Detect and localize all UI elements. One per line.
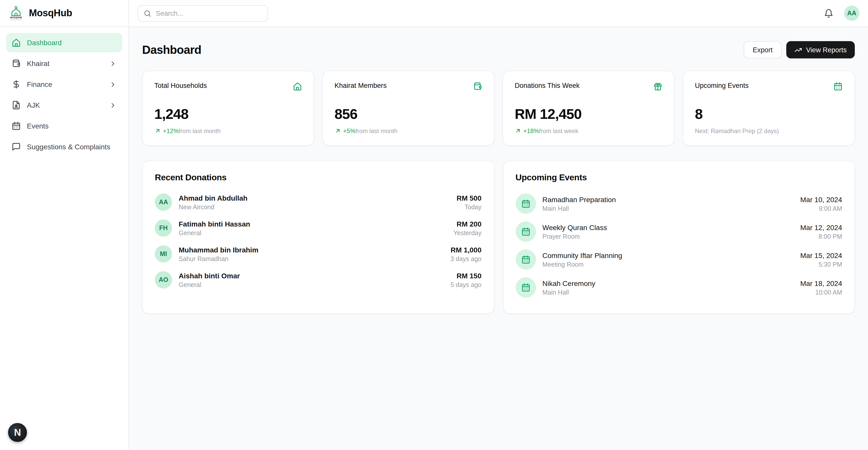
event-time: 8:00 PM (800, 233, 842, 240)
svg-text:MOSQHUB: MOSQHUB (10, 16, 22, 19)
search-input[interactable] (156, 9, 262, 17)
view-reports-label: View Reports (806, 46, 847, 54)
stat-delta: +5% (343, 127, 355, 134)
donation-row: MI Muhammad bin Ibrahim Sahur Ramadhan R… (155, 245, 482, 263)
donor-name: Muhammad bin Ibrahim (179, 246, 444, 254)
stat-note: from last month (355, 127, 398, 134)
donor-name: Ahmad bin Abdullah (179, 194, 450, 202)
event-icon-circle (516, 193, 536, 214)
sidebar-item-events[interactable]: Events (6, 116, 122, 136)
chevron-right-icon (109, 81, 117, 88)
event-location: Main Hall (542, 205, 794, 212)
stat-value: 8 (695, 106, 843, 122)
donor-name: Aishah binti Omar (179, 271, 444, 279)
topbar: AA (129, 0, 868, 27)
panel-title: Recent Donations (155, 173, 482, 183)
stat-card-upcoming-events: Upcoming Events 8 Next: Ramadhan Prep (2… (683, 70, 855, 146)
page-header: Dashboard Export View Reports (142, 41, 855, 58)
sidebar: MOSQHUB One stop mosque center MosqHub D… (0, 0, 129, 450)
content: Dashboard Export View Reports Total Hous… (129, 27, 868, 450)
stat-title: Khairat Members (335, 82, 387, 89)
nextjs-dev-badge[interactable]: N (8, 423, 27, 442)
donation-time: 5 days ago (451, 281, 482, 288)
stat-value: 856 (335, 106, 482, 122)
event-time: 9:00 AM (800, 205, 842, 212)
donation-category: General (179, 229, 447, 236)
home-icon (293, 82, 302, 91)
calendar-icon (834, 82, 843, 91)
donation-category: Sahur Ramadhan (179, 255, 444, 262)
user-avatar[interactable]: AA (844, 6, 859, 21)
recent-donations-panel: Recent Donations AA Ahmad bin Abdullah N… (142, 160, 494, 314)
event-location: Main Hall (542, 289, 794, 296)
wallet-icon (473, 82, 482, 91)
search-icon (144, 9, 151, 17)
stat-value: 1,248 (154, 106, 302, 122)
stat-note: Next: Ramadhan Prep (2 days) (695, 127, 779, 134)
donation-time: Today (457, 203, 482, 211)
home-icon (12, 38, 21, 47)
donor-name: Fatimah binti Hassan (179, 220, 447, 228)
svg-text:One stop mosque center: One stop mosque center (11, 19, 22, 20)
app-window: MOSQHUB One stop mosque center MosqHub D… (0, 0, 868, 450)
sidebar-item-dashboard[interactable]: Dashboard (6, 33, 122, 52)
event-row: Community Iftar Planning Meeting Room Ma… (516, 249, 842, 270)
event-title: Nikah Ceremony (542, 279, 794, 287)
sidebar-item-ajk[interactable]: AJK (6, 95, 122, 115)
sidebar-item-label: Khairat (27, 59, 103, 67)
sidebar-item-khairat[interactable]: Khairat (6, 54, 122, 73)
sidebar-item-label: AJK (27, 101, 103, 109)
donor-avatar: AO (155, 271, 172, 289)
mosqhub-logo-icon: MOSQHUB One stop mosque center (8, 5, 24, 21)
stat-title: Donations This Week (515, 82, 580, 89)
panels-row: Recent Donations AA Ahmad bin Abdullah N… (142, 160, 855, 314)
sidebar-item-finance[interactable]: Finance (6, 74, 122, 94)
event-icon-circle (516, 277, 536, 298)
sidebar-item-label: Events (27, 122, 117, 130)
calendar-icon (521, 255, 530, 264)
donation-time: 3 days ago (451, 255, 482, 262)
event-icon-circle (516, 221, 536, 242)
arrow-up-right-icon (154, 127, 161, 134)
sidebar-item-label: Suggestions & Complaints (27, 143, 117, 151)
event-icon-circle (516, 249, 536, 270)
chevron-right-icon (109, 60, 117, 67)
donor-avatar: MI (155, 245, 172, 263)
event-date: Mar 18, 2024 (800, 279, 842, 287)
donor-avatar: FH (155, 219, 172, 237)
main-area: AA Dashboard Export View Reports Tot (129, 0, 868, 450)
stat-title: Upcoming Events (695, 82, 749, 89)
message-square-icon (12, 142, 21, 151)
arrow-up-right-icon (335, 127, 341, 134)
page-title: Dashboard (142, 43, 201, 57)
donation-category: General (179, 281, 444, 288)
export-button[interactable]: Export (744, 41, 782, 58)
donation-row: AA Ahmad bin Abdullah New Aircond RM 500… (155, 193, 482, 211)
search-box[interactable] (137, 5, 268, 22)
donation-amount: RM 500 (457, 194, 482, 202)
brand-name: MosqHub (29, 8, 72, 19)
stat-delta: +12% (163, 127, 179, 134)
view-reports-button[interactable]: View Reports (786, 41, 855, 58)
wallet-icon (12, 59, 21, 68)
event-title: Community Iftar Planning (542, 251, 794, 259)
stat-change: +18%from last week (515, 127, 662, 134)
event-title: Weekly Quran Class (542, 223, 794, 231)
stat-card-khairat-members: Khairat Members 856 +5%from last month (322, 70, 494, 146)
event-location: Prayer Room (542, 233, 794, 240)
chevron-right-icon (109, 101, 117, 109)
donor-avatar: AA (155, 193, 172, 211)
trending-up-icon (795, 46, 802, 54)
stats-row: Total Households 1,248 +12%from last mon… (142, 70, 855, 146)
event-row: Ramadhan Preparation Main Hall Mar 10, 2… (516, 193, 842, 214)
stat-card-donations-week: Donations This Week RM 12,450 +18%from l… (502, 70, 675, 146)
donation-amount: RM 150 (451, 271, 482, 279)
stat-change: +5%from last month (335, 127, 482, 134)
stat-note-row: Next: Ramadhan Prep (2 days) (695, 127, 843, 134)
donation-row: AO Aishah binti Omar General RM 150 5 da… (155, 271, 482, 289)
sidebar-item-suggestions-complaints[interactable]: Suggestions & Complaints (6, 137, 122, 156)
donation-category: New Aircond (179, 203, 450, 211)
event-date: Mar 15, 2024 (800, 251, 842, 259)
stat-value: RM 12,450 (515, 106, 662, 122)
bell-icon[interactable] (824, 8, 834, 18)
